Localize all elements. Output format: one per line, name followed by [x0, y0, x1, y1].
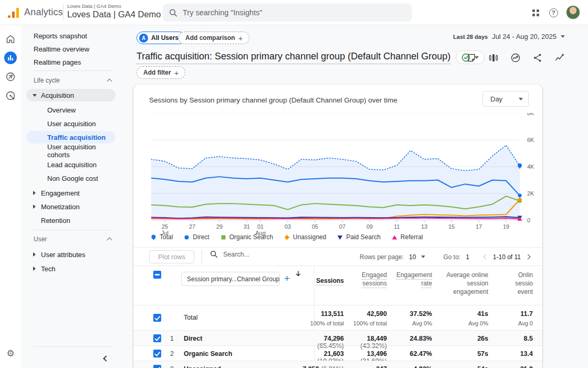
date-range-picker[interactable]: Last 28 days Jul 24 - Aug 20, 2025	[453, 33, 565, 40]
time-series-chart[interactable]: 02K4K6K8K25Jul27293101Aug030507091113151…	[151, 113, 542, 237]
add-filter-button[interactable]: Add filter +	[136, 66, 185, 79]
home-icon[interactable]	[4, 33, 17, 45]
nav-user-attributes[interactable]: User attributes	[26, 248, 116, 261]
add-comparison-button[interactable]: Add comparison +	[178, 32, 249, 44]
channel-name: Direct	[184, 335, 202, 342]
nav-retention[interactable]: Retention	[26, 214, 116, 227]
svg-text:15: 15	[448, 223, 455, 230]
date-range-value: Jul 24 - Aug 20, 2025	[492, 33, 556, 40]
divider	[34, 346, 113, 347]
collapsed-arrow-icon[interactable]	[33, 267, 36, 271]
advertising-icon[interactable]	[4, 89, 17, 102]
column-header-engaged-sessions[interactable]: Engaged sessions	[352, 271, 387, 288]
legend-item-total[interactable]: Total	[150, 233, 173, 241]
section-user[interactable]: User	[34, 236, 111, 243]
collapse-section-icon[interactable]	[107, 238, 112, 243]
svg-text:09: 09	[366, 223, 373, 230]
admin-gear-icon[interactable]: ⚙	[4, 347, 17, 360]
reports-icon-active[interactable]	[4, 52, 17, 64]
column-header-avg-engagement[interactable]: Average online session engagement	[443, 271, 488, 296]
section-life-cycle[interactable]: Life cycle	[34, 77, 111, 84]
pagination-range: 1-10 of 11	[493, 253, 521, 261]
share-icon[interactable]	[532, 53, 543, 63]
collapse-section-icon[interactable]	[107, 79, 112, 84]
table-search-input[interactable]	[223, 251, 291, 258]
nav-lead-acquisition[interactable]: Lead acquisition	[26, 158, 116, 171]
granularity-select[interactable]: Day	[482, 91, 529, 107]
row-checkbox[interactable]	[153, 334, 161, 342]
nav-non-google-cost[interactable]: Non Google cost	[26, 172, 116, 185]
row-checkbox[interactable]	[153, 350, 161, 357]
svg-text:8K: 8K	[527, 113, 534, 116]
nav-realtime-pages[interactable]: Realtime pages	[26, 56, 116, 68]
edit-comparisons-icon[interactable]	[488, 53, 499, 63]
nav-traffic-acquisition[interactable]: Traffic acquisition	[26, 131, 116, 144]
add-dimension-button[interactable]: +	[284, 272, 290, 285]
row-label: Total	[184, 314, 197, 321]
legend-item-unassigned[interactable]: Unassigned	[284, 233, 326, 241]
prev-page-icon[interactable]	[483, 254, 488, 260]
reports-sidenav: Reports snapshot Realtime overview Realt…	[21, 25, 120, 368]
divider	[63, 4, 64, 21]
expanded-arrow-icon[interactable]	[33, 94, 37, 97]
nav-engagement[interactable]: Engagement	[26, 187, 116, 199]
row-checkbox[interactable]	[153, 314, 161, 322]
collapse-sidenav-icon[interactable]	[104, 355, 110, 362]
column-header-sessions[interactable]: Sessions	[296, 271, 344, 285]
explore-icon[interactable]	[4, 70, 17, 83]
dimension-selector[interactable]: Session primary...Channel Group)	[181, 272, 280, 286]
legend-item-organic-search[interactable]: Organic Search	[220, 233, 273, 241]
add-note-icon[interactable]	[466, 53, 477, 63]
svg-text:17: 17	[476, 223, 482, 230]
collapsed-arrow-icon[interactable]	[33, 205, 36, 209]
plot-rows-button[interactable]: Plot rows	[149, 250, 194, 263]
trend-insights-icon[interactable]	[554, 53, 565, 63]
global-search[interactable]	[163, 4, 412, 22]
nav-tech[interactable]: Tech	[26, 262, 116, 275]
column-header-engagement-rate[interactable]: Engagement rate	[390, 271, 432, 288]
nav-user-acquisition-cohorts[interactable]: User acquisition cohorts	[26, 145, 116, 157]
row-checkbox[interactable]	[153, 365, 161, 368]
svg-text:2K: 2K	[527, 190, 534, 197]
plus-icon: +	[174, 68, 179, 77]
nav-reports-snapshot[interactable]: Reports snapshot	[26, 29, 116, 42]
insights-icon[interactable]	[510, 53, 521, 63]
legend-item-direct[interactable]: Direct	[183, 233, 209, 241]
nav-acquisition[interactable]: Acquisition	[26, 89, 116, 101]
legend-item-paid-search[interactable]: Paid Search	[337, 233, 380, 241]
nav-realtime-overview[interactable]: Realtime overview	[26, 43, 116, 55]
svg-text:05: 05	[312, 223, 318, 230]
search-icon	[210, 250, 218, 258]
chart-title: Sessions by Session primary channel grou…	[149, 96, 397, 104]
column-header-online-events[interactable]: Onlin sessio event	[509, 271, 533, 296]
caret-down-icon[interactable]	[421, 255, 425, 258]
nav-user-acquisition[interactable]: User acquisition	[26, 117, 116, 130]
collapsed-arrow-icon[interactable]	[33, 191, 36, 195]
rows-per-page-select[interactable]: 10	[409, 253, 416, 261]
table-search[interactable]	[210, 250, 291, 258]
analytics-logo-icon[interactable]	[6, 6, 20, 19]
next-page-icon[interactable]	[526, 254, 531, 260]
nav-monetization[interactable]: Monetization	[26, 200, 116, 213]
date-preset: Last 28 days	[453, 34, 488, 40]
channel-name: Organic Search	[184, 350, 232, 357]
goto-input[interactable]: 1	[466, 253, 469, 261]
nav-acquisition-overview[interactable]: Overview	[26, 104, 116, 116]
svg-text:13: 13	[421, 223, 427, 230]
apps-grid-icon[interactable]	[530, 7, 541, 18]
svg-text:07: 07	[339, 223, 345, 230]
pagination: Rows per page: 10 Go to: 1 1-10 of 11	[360, 248, 530, 266]
property-switcher[interactable]: Loves Data | GA4 Demo	[67, 9, 161, 19]
collapsed-arrow-icon[interactable]	[33, 252, 36, 257]
user-avatar[interactable]	[566, 5, 580, 19]
legend-marker-icon	[284, 234, 290, 241]
legend-item-referral[interactable]: Referral	[391, 233, 423, 241]
table-row-direct: 1 Direct 74,296 (65.45%) 18,449 (43.32%)…	[133, 330, 542, 345]
select-all-checkbox[interactable]	[153, 271, 161, 279]
global-search-input[interactable]	[183, 8, 406, 17]
top-app-bar: Analytics Loves Data | GA4 Demo Loves Da…	[0, 0, 588, 25]
help-icon[interactable]: ?	[548, 7, 559, 18]
comparison-avatar: A	[139, 34, 148, 43]
rows-per-page-label: Rows per page:	[360, 253, 404, 261]
table-row-unassigned: 3 Unassigned 7,050 (6.21%) 347 (0.81%) 4…	[133, 361, 542, 368]
